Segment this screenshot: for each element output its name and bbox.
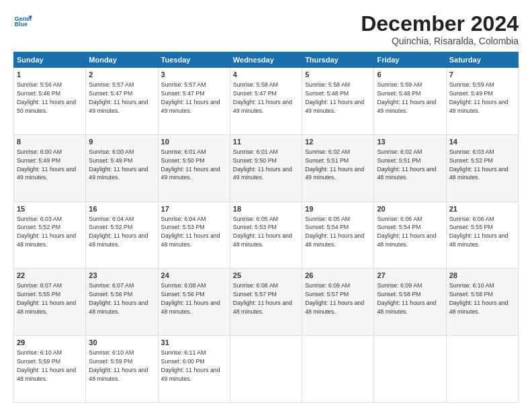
day-info: Sunrise: 5:57 AMSunset: 5:47 PMDaylight:… [161,81,220,114]
day-number: 15 [17,204,83,214]
table-row: 21Sunrise: 6:06 AMSunset: 5:55 PMDayligh… [446,201,518,269]
header-sunday: Sunday [14,52,86,68]
day-info: Sunrise: 6:00 AMSunset: 5:49 PMDaylight:… [89,148,148,181]
day-info: Sunrise: 6:01 AMSunset: 5:50 PMDaylight:… [161,148,220,181]
day-info: Sunrise: 6:03 AMSunset: 5:52 PMDaylight:… [449,148,508,181]
day-info: Sunrise: 6:10 AMSunset: 5:59 PMDaylight:… [89,349,148,382]
logo-icon: General Blue [13,12,32,31]
day-number: 5 [305,70,371,80]
calendar-table: Sunday Monday Tuesday Wednesday Thursday… [13,52,519,403]
day-number: 16 [89,204,154,214]
day-number: 28 [449,271,515,281]
table-row: 22Sunrise: 6:07 AMSunset: 5:55 PMDayligh… [14,269,86,336]
day-number: 29 [17,338,83,348]
day-info: Sunrise: 6:03 AMSunset: 5:52 PMDaylight:… [17,216,76,248]
day-info: Sunrise: 6:10 AMSunset: 5:58 PMDaylight:… [449,282,508,315]
table-row [374,336,446,403]
title-block: December 2024 Quinchia, Risaralda, Colom… [361,12,519,46]
day-info: Sunrise: 6:04 AMSunset: 5:53 PMDaylight:… [161,216,220,248]
day-number: 14 [449,137,515,147]
day-number: 23 [89,271,154,281]
header-tuesday: Tuesday [158,52,230,68]
day-info: Sunrise: 6:00 AMSunset: 5:49 PMDaylight:… [17,148,76,181]
day-number: 4 [233,70,299,80]
table-row: 25Sunrise: 6:08 AMSunset: 5:57 PMDayligh… [230,269,302,336]
table-row: 16Sunrise: 6:04 AMSunset: 5:52 PMDayligh… [86,201,158,269]
page-subtitle: Quinchia, Risaralda, Colombia [361,36,519,46]
calendar-week-row: 8Sunrise: 6:00 AMSunset: 5:49 PMDaylight… [14,134,519,201]
table-row: 23Sunrise: 6:07 AMSunset: 5:56 PMDayligh… [86,269,158,336]
table-row: 5Sunrise: 5:58 AMSunset: 5:48 PMDaylight… [302,68,374,135]
day-number: 10 [161,137,227,147]
day-info: Sunrise: 6:04 AMSunset: 5:52 PMDaylight:… [89,216,148,248]
table-row: 18Sunrise: 6:05 AMSunset: 5:53 PMDayligh… [230,201,302,269]
table-row: 10Sunrise: 6:01 AMSunset: 5:50 PMDayligh… [158,134,230,201]
day-number: 26 [305,271,371,281]
day-number: 30 [89,338,154,348]
day-info: Sunrise: 6:06 AMSunset: 5:54 PMDaylight:… [377,216,436,248]
day-number: 8 [17,137,83,147]
day-number: 24 [161,271,227,281]
calendar-header-row: Sunday Monday Tuesday Wednesday Thursday… [14,52,519,68]
table-row: 9Sunrise: 6:00 AMSunset: 5:49 PMDaylight… [86,134,158,201]
table-row [302,336,374,403]
day-info: Sunrise: 6:07 AMSunset: 5:56 PMDaylight:… [89,282,148,315]
day-info: Sunrise: 5:59 AMSunset: 5:48 PMDaylight:… [377,81,436,114]
table-row: 2Sunrise: 5:57 AMSunset: 5:47 PMDaylight… [86,68,158,135]
table-row: 20Sunrise: 6:06 AMSunset: 5:54 PMDayligh… [374,201,446,269]
table-row: 28Sunrise: 6:10 AMSunset: 5:58 PMDayligh… [446,269,518,336]
day-number: 11 [233,137,299,147]
calendar-week-row: 22Sunrise: 6:07 AMSunset: 5:55 PMDayligh… [14,269,519,336]
header-monday: Monday [86,52,158,68]
table-row: 4Sunrise: 5:58 AMSunset: 5:47 PMDaylight… [230,68,302,135]
table-row: 14Sunrise: 6:03 AMSunset: 5:52 PMDayligh… [446,134,518,201]
table-row: 17Sunrise: 6:04 AMSunset: 5:53 PMDayligh… [158,201,230,269]
table-row: 29Sunrise: 6:10 AMSunset: 5:59 PMDayligh… [14,336,86,403]
day-info: Sunrise: 6:09 AMSunset: 5:57 PMDaylight:… [305,282,364,315]
table-row: 7Sunrise: 5:59 AMSunset: 5:49 PMDaylight… [446,68,518,135]
table-row: 1Sunrise: 5:56 AMSunset: 5:46 PMDaylight… [14,68,86,135]
day-info: Sunrise: 6:06 AMSunset: 5:55 PMDaylight:… [449,216,508,248]
day-number: 21 [449,204,515,214]
day-number: 6 [377,70,443,80]
day-info: Sunrise: 6:02 AMSunset: 5:51 PMDaylight:… [305,148,364,181]
calendar-week-row: 15Sunrise: 6:03 AMSunset: 5:52 PMDayligh… [14,201,519,269]
day-number: 20 [377,204,443,214]
day-info: Sunrise: 6:09 AMSunset: 5:58 PMDaylight:… [377,282,436,315]
header-saturday: Saturday [446,52,518,68]
table-row: 19Sunrise: 6:05 AMSunset: 5:54 PMDayligh… [302,201,374,269]
logo: General Blue [13,12,32,31]
table-row: 27Sunrise: 6:09 AMSunset: 5:58 PMDayligh… [374,269,446,336]
calendar-week-row: 29Sunrise: 6:10 AMSunset: 5:59 PMDayligh… [14,336,519,403]
table-row: 30Sunrise: 6:10 AMSunset: 5:59 PMDayligh… [86,336,158,403]
day-info: Sunrise: 5:59 AMSunset: 5:49 PMDaylight:… [449,81,508,114]
table-row: 8Sunrise: 6:00 AMSunset: 5:49 PMDaylight… [14,134,86,201]
day-info: Sunrise: 6:05 AMSunset: 5:54 PMDaylight:… [305,216,364,248]
day-number: 25 [233,271,299,281]
day-info: Sunrise: 6:10 AMSunset: 5:59 PMDaylight:… [17,349,76,382]
day-number: 17 [161,204,227,214]
day-number: 9 [89,137,154,147]
page-title: December 2024 [361,12,519,36]
day-info: Sunrise: 5:58 AMSunset: 5:47 PMDaylight:… [233,81,292,114]
calendar-week-row: 1Sunrise: 5:56 AMSunset: 5:46 PMDaylight… [14,68,519,135]
header: General Blue December 2024 Quinchia, Ris… [13,12,519,46]
day-number: 27 [377,271,443,281]
day-info: Sunrise: 5:56 AMSunset: 5:46 PMDaylight:… [17,81,76,114]
day-info: Sunrise: 6:02 AMSunset: 5:51 PMDaylight:… [377,148,436,181]
svg-text:Blue: Blue [14,21,28,28]
table-row [230,336,302,403]
table-row: 3Sunrise: 5:57 AMSunset: 5:47 PMDaylight… [158,68,230,135]
day-number: 19 [305,204,371,214]
table-row: 31Sunrise: 6:11 AMSunset: 6:00 PMDayligh… [158,336,230,403]
day-info: Sunrise: 6:08 AMSunset: 5:56 PMDaylight:… [161,282,220,315]
day-number: 3 [161,70,227,80]
header-wednesday: Wednesday [230,52,302,68]
page: General Blue December 2024 Quinchia, Ris… [0,0,532,411]
day-info: Sunrise: 6:01 AMSunset: 5:50 PMDaylight:… [233,148,292,181]
day-number: 18 [233,204,299,214]
day-info: Sunrise: 6:08 AMSunset: 5:57 PMDaylight:… [233,282,292,315]
header-friday: Friday [374,52,446,68]
table-row [446,336,518,403]
day-info: Sunrise: 6:05 AMSunset: 5:53 PMDaylight:… [233,216,292,248]
